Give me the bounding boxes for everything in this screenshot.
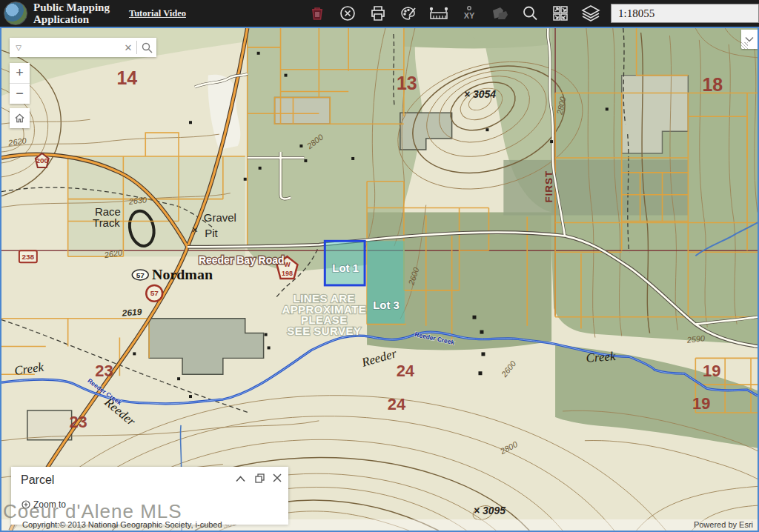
map-label: Track (93, 216, 120, 229)
attribution-bar: Copyright:© 2013 National Geographic Soc… (1, 519, 758, 531)
extent-icon[interactable] (551, 4, 570, 23)
map-label: 24 (388, 395, 406, 413)
app-title: Public Mapping Application (33, 1, 110, 25)
app-logo-globe-icon (4, 1, 27, 25)
attribution-copyright: Copyright:© 2013 National Geographic Soc… (22, 520, 222, 529)
highway-shield: 57 (132, 270, 148, 280)
tag-icon[interactable] (490, 4, 509, 23)
layers-icon[interactable] (581, 4, 600, 23)
svg-text:57: 57 (136, 271, 145, 279)
map-label: × (192, 223, 199, 236)
map-label: 19 (703, 362, 720, 380)
highway-shield: 57 (146, 285, 162, 302)
map-label: Lot 1 (332, 262, 359, 274)
public-mapping-application: Public Mapping Application Tutorial Vide… (0, 0, 759, 532)
svg-text:XY: XY (464, 11, 475, 20)
svg-text:W: W (284, 261, 291, 268)
zoom-to-icon (21, 500, 30, 509)
svg-text:57: 57 (150, 289, 159, 297)
map-label: × 3095 (474, 505, 506, 516)
map-label: Creek (586, 349, 617, 365)
popup-title: Parcel (21, 473, 54, 487)
search-widget: ▽ ✕ (10, 38, 156, 57)
zoom-controls: + − (10, 63, 30, 104)
topo-map[interactable]: 200W1982385757 141318232324241919× 3054×… (1, 28, 758, 531)
map-label: 23 (69, 413, 87, 431)
delete-icon[interactable] (308, 4, 327, 23)
map-label: 13 (397, 73, 417, 93)
tutorial-video-link[interactable]: Tutorial Video (129, 8, 186, 19)
dock-icon[interactable] (253, 473, 266, 485)
highway-shield: 238 (19, 250, 37, 262)
home-button[interactable] (10, 108, 30, 128)
map-label: 14 (116, 67, 137, 88)
lot3-parcel[interactable] (367, 241, 405, 323)
map-label: Lot 3 (373, 299, 400, 311)
map-label: SEE SURVEY (287, 325, 361, 337)
map-label: 19 (692, 394, 710, 413)
scale-input[interactable]: 1:18055 (611, 4, 759, 23)
draw-icon[interactable] (399, 4, 418, 23)
svg-text:238: 238 (22, 253, 35, 261)
zoom-to-link[interactable]: Zoom to (21, 499, 66, 510)
map-label: 18 (702, 75, 723, 96)
map-label: 2619 (121, 307, 142, 319)
map-label: 23 (95, 362, 113, 380)
map-label: Nordman (152, 266, 213, 282)
map-label: Race (95, 205, 121, 218)
map-label: 24 (397, 362, 415, 380)
header-bar: Public Mapping Application Tutorial Vide… (0, 0, 759, 27)
close-popup-icon[interactable] (271, 473, 284, 485)
map-label: Reeder Bay Road (199, 254, 284, 266)
overview-map-toggle[interactable] (741, 30, 758, 49)
search-input[interactable] (27, 41, 120, 54)
search-icon[interactable] (520, 4, 540, 23)
parcel-popup: Parcel Zoom to (11, 467, 288, 525)
search-dropdown-icon[interactable]: ▽ (10, 44, 27, 52)
search-submit-icon[interactable] (137, 42, 156, 53)
map-label: × 3054 (464, 88, 496, 100)
search-clear-icon[interactable]: ✕ (120, 42, 136, 53)
measure-icon[interactable] (429, 4, 448, 23)
close-icon[interactable] (338, 4, 357, 23)
zoom-in-button[interactable]: + (10, 63, 30, 84)
map-label: Gravel (204, 211, 236, 224)
attribution-esri: Powered by Esri (694, 520, 753, 529)
xy-coordinates-icon[interactable]: XY (460, 4, 479, 23)
map-viewport[interactable]: 200W1982385757 141318232324241919× 3054×… (0, 27, 759, 532)
svg-text:198: 198 (282, 270, 293, 277)
map-label: Pit (205, 227, 218, 239)
zoom-out-button[interactable]: − (10, 84, 30, 104)
toolbar: XY (308, 4, 600, 23)
collapse-icon[interactable] (233, 473, 247, 485)
print-icon[interactable] (368, 4, 388, 23)
map-label: FIRST (543, 170, 554, 203)
svg-text:200: 200 (36, 156, 48, 164)
